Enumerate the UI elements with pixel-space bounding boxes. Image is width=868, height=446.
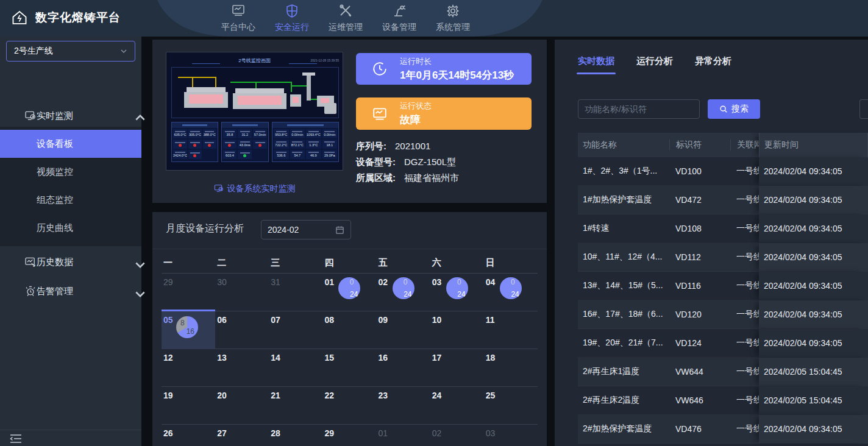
calendar-day-20[interactable]: 20 [215,387,269,425]
month-value: 2024-02 [268,225,299,235]
calendar-day-29[interactable]: 29 [162,274,215,311]
weekday-label: 一 [162,252,215,273]
table-row[interactable]: 2#再生床1温度VW644一号线2024/02/05 15:04:45 [578,358,868,386]
platform-icon [231,4,246,21]
calendar-day-05[interactable]: 05816 [162,310,215,349]
calendar-day-19[interactable]: 19 [162,387,215,425]
sidebar-item-1[interactable]: 设备看板 [0,130,141,158]
scada-value-cell [253,140,267,149]
day-number: 11 [486,315,495,325]
calendar-day-21[interactable]: 21 [269,387,322,425]
decorative-label-bar [225,142,235,143]
calendar-day-14[interactable]: 14 [269,349,322,387]
cell-name: 1#转速 [578,223,669,234]
scada-screenshot[interactable]: 2号线监控画面 2021-12-28 15:39:55 [166,52,343,171]
sidebar-item-4[interactable]: 历史曲线 [0,214,141,242]
calendar-day-04[interactable]: 04024 [484,274,538,311]
calendar-day-26[interactable]: 26 [162,425,215,446]
calendar-day-16[interactable]: 16 [377,349,430,387]
calendar-day-06[interactable]: 06 [215,311,269,349]
calendar-day-24[interactable]: 24 [430,387,484,425]
table-row[interactable]: 1#加热保护套温度VD472一号线2024/02/04 09:34:05 [578,186,868,214]
decorative-label-bar [205,131,214,132]
tab-2[interactable]: 运行分析 [636,55,673,74]
calendar-day-17[interactable]: 17 [430,349,484,387]
search-input[interactable] [578,99,700,119]
month-picker[interactable]: 2024-02 [261,220,351,239]
weekday-label: 日 [484,252,538,273]
tools-icon [338,4,353,21]
calendar-day-27[interactable]: 27 [215,425,269,446]
table-row[interactable]: 2#再生床2温度VW646一号线2024/02/05 15:04:45 [578,386,868,415]
weekday-header-row: 一二三四五六日 [162,252,538,273]
sidebar-group-3[interactable]: 告警管理 [0,280,141,302]
calendar-day-25[interactable]: 25 [484,387,538,425]
cell-time: 2024/02/05 15:04:45 [759,386,868,414]
device-realtime-monitor-link[interactable]: 设备系统实时监测 [166,183,343,194]
table-row[interactable]: 13#、14#、15#（5...VD116一号线2024/02/04 09:34… [578,272,868,300]
sidebar-group-2[interactable]: 历史数据 [0,251,141,273]
decorative-label-bar [190,131,199,132]
calendar-day-10[interactable]: 10 [430,311,484,349]
calendar-day-08[interactable]: 08 [322,311,376,349]
calendar-day-12[interactable]: 12 [162,349,215,387]
calendar-day-03[interactable]: 03024 [430,274,484,311]
calendar-day-31[interactable]: 31 [269,274,322,311]
calendar-day-07[interactable]: 07 [269,311,322,349]
day-number: 05 [163,315,173,325]
calendar-day-18[interactable]: 18 [484,349,538,387]
nav-item-tools[interactable]: 运维管理 [324,4,367,33]
cell-id: VW644 [669,367,730,377]
runtime-pie: 024 [446,277,468,299]
table-row[interactable]: 16#、17#、18#（6...VD120一号线2024/02/04 09:34… [578,300,868,329]
calendar-day-23[interactable]: 23 [377,387,430,425]
nav-item-shield[interactable]: 安全运行 [271,4,313,33]
sidebar: 2号生产线 实时监测设备看板视频监控组态监控历史曲线历史数据告警管理 [0,37,141,446]
table-row[interactable]: 1#转速VD108一号线2024/02/04 09:34:05 [578,214,868,243]
calendar-day-01[interactable]: 01 [377,425,430,446]
calendar-day-03[interactable]: 03 [484,425,538,446]
tab-3[interactable]: 异常分析 [695,55,731,74]
cell-name: 16#、17#、18#（6... [578,309,669,320]
table-row[interactable]: 1#、2#、3#（1号...VD100一号线2024/02/04 09:34:0… [578,157,868,186]
sidebar-item-3[interactable]: 组态监控 [0,186,141,214]
cell-time-value: 2024/02/05 15:04:45 [759,395,842,405]
nav-item-robot-arm[interactable]: 设备管理 [378,4,421,33]
calendar-day-29[interactable]: 29 [322,425,376,446]
calendar-day-22[interactable]: 22 [322,387,376,425]
calendar-day-09[interactable]: 09 [377,311,430,349]
day-number: 25 [486,391,496,400]
cell-time-value: 2024/02/04 09:34:05 [759,424,842,434]
clipped-input[interactable] [859,99,868,119]
nav-item-gear[interactable]: 系统管理 [432,4,474,33]
calendar-day-02[interactable]: 02024 [377,274,430,311]
calendar-day-11[interactable]: 11 [484,311,538,349]
menu-fold-icon[interactable] [10,434,22,444]
nav-item-platform[interactable]: 平台中心 [217,4,260,33]
calendar-day-15[interactable]: 15 [322,349,376,387]
weekday-label: 三 [269,252,322,273]
decorative-label-bar [225,152,235,153]
scada-data-panels: 635.0°C305.0°C388.0°C2424.0°C35.831.257.… [171,122,339,162]
monthly-analysis-card: 月度设备运行分析 2024-02 一二三四五六日2930310102402024… [152,212,547,446]
scada-panel: 35.831.257.0min43.0ms603.4 [221,122,269,162]
cell-name: 19#、20#、21#（7... [578,338,669,349]
table-row[interactable]: 2#加热保护套温度VD476一号线2024/02/04 09:34:05 [578,415,868,444]
scada-value: 31.2 [241,133,248,136]
table-row[interactable]: 19#、20#、21#（7...VD124一号线2024/02/04 09:34… [578,329,868,358]
calendar-day-01[interactable]: 01024 [322,274,376,311]
calendar-day-28[interactable]: 28 [269,425,322,446]
tab-1[interactable]: 实时数据 [578,55,614,74]
device-overview-card: 2号线监控画面 2021-12-28 15:39:55 [152,40,547,203]
device-info-row: 序列号:2021001 [356,141,430,152]
search-button[interactable]: 搜索 [708,99,760,119]
production-line-select[interactable]: 2号生产线 [6,41,135,62]
table-row[interactable]: 10#、11#、12#（4...VD112一号线2024/02/04 09:34… [578,243,868,272]
calendar-day-02[interactable]: 02 [430,425,484,446]
calendar-day-13[interactable]: 13 [215,349,269,387]
scada-value-cell: 953.8°C [274,129,288,138]
decorative-label-bar [276,152,286,153]
calendar-day-30[interactable]: 30 [215,274,269,311]
sidebar-item-2[interactable]: 视频监控 [0,158,141,186]
sidebar-group-1[interactable]: 实时监测 [0,105,141,127]
